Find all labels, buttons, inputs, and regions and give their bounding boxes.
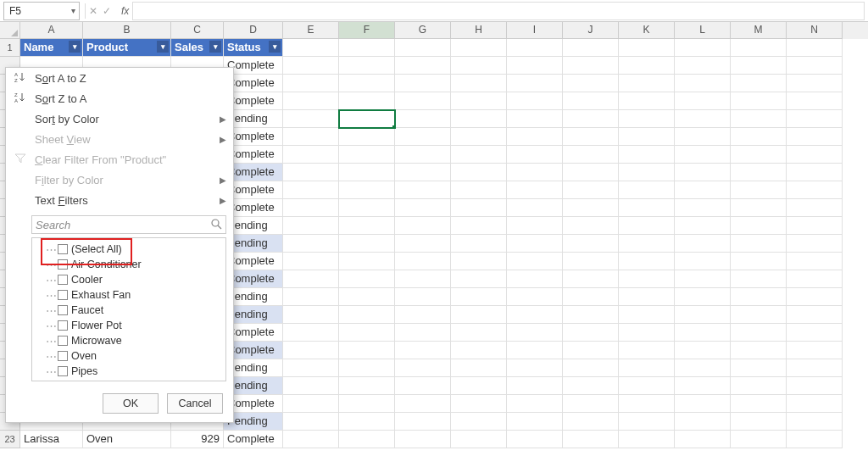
cell[interactable]	[451, 39, 507, 57]
cell[interactable]	[563, 39, 619, 57]
cell[interactable]	[787, 288, 843, 306]
cell[interactable]	[507, 306, 563, 324]
cell[interactable]	[675, 377, 731, 395]
cell[interactable]	[507, 377, 563, 395]
cell[interactable]	[283, 377, 339, 395]
cell[interactable]	[787, 181, 843, 199]
cell[interactable]	[395, 359, 451, 377]
cell[interactable]	[675, 253, 731, 270]
cell[interactable]	[563, 395, 619, 413]
cell[interactable]	[731, 199, 787, 217]
cell[interactable]	[563, 342, 619, 359]
cell[interactable]: 929	[171, 431, 224, 448]
cell[interactable]	[507, 92, 563, 110]
cell[interactable]	[507, 288, 563, 306]
cell[interactable]	[283, 235, 339, 253]
cell[interactable]	[395, 75, 451, 92]
cell[interactable]	[619, 92, 675, 110]
cell[interactable]	[563, 57, 619, 75]
cell[interactable]	[787, 146, 843, 164]
cell[interactable]	[675, 359, 731, 377]
cell[interactable]	[563, 92, 619, 110]
cell[interactable]	[619, 217, 675, 235]
cell[interactable]	[507, 270, 563, 288]
cell[interactable]	[731, 431, 787, 448]
checkbox-icon[interactable]	[58, 366, 68, 376]
cell[interactable]	[395, 128, 451, 146]
cell[interactable]	[507, 75, 563, 92]
cell[interactable]	[619, 413, 675, 431]
cell[interactable]	[563, 270, 619, 288]
cell[interactable]	[283, 359, 339, 377]
checkbox-icon[interactable]	[58, 305, 68, 315]
cell[interactable]	[619, 253, 675, 270]
cell[interactable]	[283, 306, 339, 324]
column-header-K[interactable]: K	[619, 22, 675, 39]
cell[interactable]	[339, 288, 395, 306]
cell[interactable]	[283, 395, 339, 413]
cell[interactable]	[395, 253, 451, 270]
cell[interactable]	[339, 57, 395, 75]
column-header-G[interactable]: G	[395, 22, 451, 39]
cell[interactable]	[731, 164, 787, 181]
cell[interactable]	[451, 146, 507, 164]
column-header-C[interactable]: C	[171, 22, 224, 39]
cell[interactable]	[563, 377, 619, 395]
cell[interactable]	[787, 128, 843, 146]
cell[interactable]	[787, 324, 843, 342]
cell[interactable]	[675, 57, 731, 75]
cell[interactable]	[787, 75, 843, 92]
cell[interactable]	[507, 164, 563, 181]
text-filters[interactable]: Text Filters ▶	[6, 190, 233, 210]
cell[interactable]	[787, 395, 843, 413]
cell[interactable]	[731, 359, 787, 377]
cell[interactable]: Oven	[83, 431, 171, 448]
cell[interactable]	[283, 146, 339, 164]
cell[interactable]	[731, 128, 787, 146]
cell[interactable]	[283, 164, 339, 181]
cell[interactable]	[395, 235, 451, 253]
cell[interactable]	[451, 306, 507, 324]
cell[interactable]	[283, 92, 339, 110]
column-header-M[interactable]: M	[731, 22, 787, 39]
cell[interactable]	[339, 395, 395, 413]
cell[interactable]	[451, 253, 507, 270]
cell[interactable]	[787, 431, 843, 448]
cell[interactable]	[787, 342, 843, 359]
cell[interactable]	[675, 199, 731, 217]
cell[interactable]	[675, 306, 731, 324]
cell[interactable]	[339, 359, 395, 377]
column-header-D[interactable]: D	[224, 22, 283, 39]
cell[interactable]	[395, 288, 451, 306]
cell[interactable]	[507, 199, 563, 217]
cell[interactable]	[675, 217, 731, 235]
cell[interactable]	[395, 431, 451, 448]
cell[interactable]	[283, 431, 339, 448]
cell[interactable]	[451, 395, 507, 413]
cell[interactable]	[787, 253, 843, 270]
checkbox-icon[interactable]	[58, 290, 68, 300]
filter-value-item[interactable]: ⋯Cooler	[34, 272, 224, 287]
cell[interactable]	[395, 146, 451, 164]
filter-value-item[interactable]: ⋯Microwave	[34, 333, 224, 348]
cell[interactable]	[451, 57, 507, 75]
cell[interactable]: Complete	[224, 431, 283, 448]
cell[interactable]	[451, 342, 507, 359]
cell[interactable]	[339, 431, 395, 448]
cell[interactable]	[395, 377, 451, 395]
cell[interactable]	[675, 146, 731, 164]
cell[interactable]	[619, 128, 675, 146]
cell[interactable]	[787, 217, 843, 235]
cell[interactable]	[731, 342, 787, 359]
cell[interactable]	[619, 377, 675, 395]
cell[interactable]	[451, 235, 507, 253]
table-header-sales[interactable]: Sales▾	[171, 39, 224, 57]
cell[interactable]	[563, 324, 619, 342]
cell[interactable]	[619, 39, 675, 57]
cell[interactable]	[395, 57, 451, 75]
cell[interactable]	[619, 57, 675, 75]
cell[interactable]	[339, 306, 395, 324]
cell[interactable]	[731, 324, 787, 342]
cell[interactable]	[451, 110, 507, 128]
cell[interactable]	[507, 395, 563, 413]
